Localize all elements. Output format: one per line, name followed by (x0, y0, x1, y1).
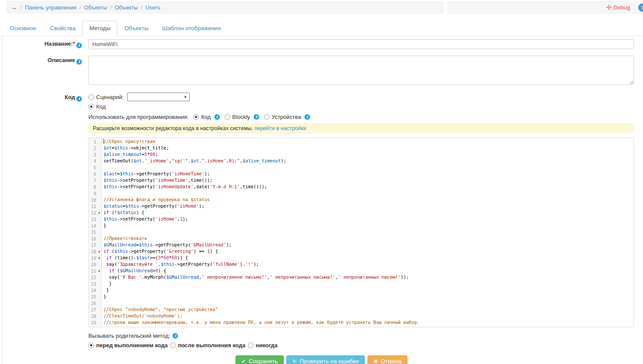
code-line[interactable]: if ($this->getProperty('Greeting') == 1)… (104, 249, 632, 255)
move-icon (606, 5, 612, 10)
parent-after-radio[interactable] (170, 342, 176, 348)
parent-before-radio[interactable] (88, 342, 94, 348)
info-icon[interactable]: i (304, 114, 310, 120)
line-number: 7 (89, 178, 97, 183)
editor-gutter: 123456789101112▾131415161718▾19▾2021▾222… (89, 138, 102, 327)
code-line[interactable]: if ($GMailUnread>0) { (104, 268, 632, 274)
help-icon[interactable]: ? (638, 3, 643, 12)
sidebar-toggle-icon[interactable]: ↔ (11, 4, 17, 11)
description-textarea[interactable] (88, 56, 634, 85)
tab-methods[interactable]: Методы (82, 21, 117, 36)
code-label-text: Код (65, 94, 75, 100)
code-line[interactable]: } (104, 223, 632, 229)
info-icon[interactable]: i (214, 114, 220, 120)
code-line[interactable]: $this->setProperty('isHomeUpdate',date('… (104, 184, 632, 190)
cancel-button[interactable]: ✖ Отмена (367, 355, 408, 364)
title-input[interactable] (88, 39, 634, 49)
code-line[interactable]: //Установка флага и проверка на $status (104, 197, 632, 203)
gutter-line: 24 (89, 287, 101, 294)
code-line[interactable]: //Приветствовать (104, 236, 632, 242)
code-line[interactable]: } (104, 294, 632, 300)
parent-method-option-before: перед выполнением кода (88, 342, 168, 348)
code-line[interactable] (104, 190, 632, 197)
info-icon[interactable]: i (173, 333, 178, 339)
code-line[interactable]: $last=$this->getProperty('isHomeTime'); (104, 171, 632, 177)
info-icon[interactable]: i (76, 43, 82, 48)
action-buttons: ✔ Сохранить ↻ Проверить на ошибки ✖ Отме… (0, 355, 643, 364)
code-line[interactable]: $alive_timeout=5*60; (104, 152, 632, 158)
tab-properties[interactable]: Свойства (43, 21, 82, 36)
code-line[interactable]: $this->setProperty('isHome',1); (104, 216, 632, 223)
gutter-line: 2 (89, 145, 101, 152)
programming-option-code: Код i (193, 114, 220, 120)
tab-display-template[interactable]: Шаблон отображения (155, 21, 228, 36)
gutter-line: 6 (89, 171, 101, 177)
code-line[interactable]: if (!$status) { (104, 210, 632, 216)
programming-radio-blockly[interactable] (225, 114, 230, 120)
parent-never-radio[interactable] (248, 342, 254, 348)
programming-row: Использовать для программирования: Код i… (88, 114, 634, 120)
code-line[interactable]: //строки выше закомментированы, т.к. у м… (104, 320, 632, 326)
code-editor[interactable]: 123456789101112▾131415161718▾19▾2021▾222… (88, 137, 634, 327)
gutter-line: 23 (89, 281, 101, 287)
fold-icon[interactable]: ▾ (97, 255, 101, 261)
settings-link[interactable]: перейти в настройки (254, 125, 306, 131)
code-line[interactable]: $ot=$this->object_title; (104, 145, 632, 152)
code-line[interactable] (104, 165, 632, 171)
chevron-down-icon: ▼ (184, 95, 187, 99)
scenario-select[interactable]: ▼ (127, 93, 190, 101)
save-button-label: Сохранить (249, 358, 278, 364)
breadcrumb-separator: / (141, 4, 143, 11)
code-line[interactable]: //Сброс присутствия (104, 139, 632, 145)
fold-icon[interactable]: ▾ (97, 268, 101, 274)
info-icon[interactable]: i (76, 59, 82, 65)
code-line[interactable] (104, 300, 632, 307)
editor-code-area[interactable]: //Сброс присутствия$ot=$this->object_tit… (102, 138, 634, 327)
breadcrumb-link-users[interactable]: Users (145, 4, 160, 11)
code-line[interactable]: $status=$this->getProperty('isHome'); (104, 203, 632, 210)
code-line[interactable]: //Сброс "nobodyHome", "простые устройств… (104, 307, 632, 313)
code-line[interactable] (104, 229, 632, 236)
line-number: 4 (89, 159, 97, 164)
programming-option-label: Устройства (272, 114, 301, 120)
code-radio-label: Код (96, 103, 106, 110)
code-line[interactable]: if (time()-$last>=(3*60*60)) { (104, 255, 632, 261)
debug-link[interactable]: Debug (606, 4, 630, 11)
line-number: 2 (89, 146, 97, 151)
check-icon: ✔ (242, 358, 246, 364)
cancel-button-label: Отмена (381, 358, 401, 364)
fold-icon[interactable]: ▾ (97, 210, 101, 216)
line-number: 3 (89, 152, 97, 157)
check-errors-button[interactable]: ↻ Проверить на ошибки (286, 355, 365, 364)
parent-method-label: Вызывать родительский метод: (88, 333, 170, 339)
code-line[interactable]: $this->setProperty('isHomeTime',time()); (104, 177, 632, 184)
tab-objects[interactable]: Объекты (117, 21, 155, 36)
code-line[interactable]: say('Здравствуйте '.$this->getProperty('… (104, 261, 632, 268)
breadcrumb-link-objects-2[interactable]: Объекты (115, 4, 138, 11)
code-radio[interactable] (88, 104, 94, 109)
breadcrumb-separator: / (110, 4, 112, 11)
breadcrumb-link-objects[interactable]: Объекты (84, 4, 107, 11)
code-line[interactable]: setTimeOut($ot.'_isHome',"sg('".$ot.".is… (104, 158, 632, 165)
programming-label: Использовать для программирования: (88, 114, 188, 120)
info-icon[interactable]: i (76, 96, 82, 102)
programming-radio-code[interactable] (193, 114, 199, 120)
line-number: 9 (89, 191, 97, 196)
scenario-radio[interactable] (88, 94, 94, 100)
code-line[interactable]: } (104, 281, 632, 287)
code-line[interactable]: say('У Вас '.myMorph($GMailUnread,' непр… (104, 274, 632, 281)
parent-method-option-label: перед выполнением кода (96, 342, 168, 348)
save-button[interactable]: ✔ Сохранить (235, 355, 284, 364)
gutter-line: 14 (89, 223, 101, 229)
breadcrumb-link-control-panel[interactable]: Панель управления (25, 4, 76, 11)
fold-icon[interactable]: ▾ (97, 249, 101, 255)
code-line[interactable]: //ClearTimeOut('nobodyHome'); (104, 313, 632, 320)
code-line[interactable]: } (104, 287, 632, 294)
code-line[interactable]: $GMailUnread=$this->getProperty('GMailUn… (104, 242, 632, 249)
line-number: 24 (89, 288, 97, 293)
tab-main[interactable]: Основное (3, 21, 43, 36)
programming-radio-devices[interactable] (264, 114, 270, 120)
info-icon[interactable]: i (254, 114, 259, 120)
close-icon: ✖ (373, 358, 378, 364)
programming-option-blockly: Blockly i (225, 114, 259, 120)
